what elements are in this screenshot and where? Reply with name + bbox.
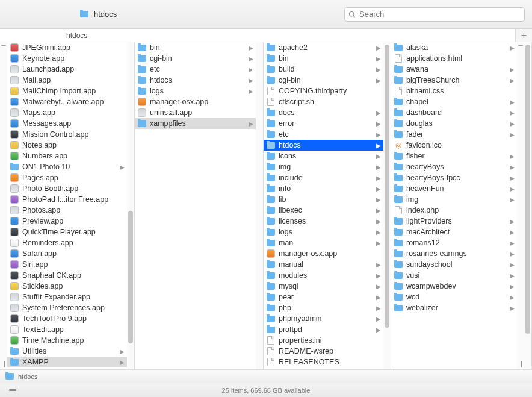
list-item[interactable]: Launchpad.app — [7, 64, 127, 75]
list-item[interactable]: pear▶ — [264, 292, 383, 302]
scroll-gutter-left[interactable]: || — [0, 42, 7, 369]
list-item[interactable]: lightProviders▶ — [391, 216, 517, 227]
resize-handle-icon[interactable]: || — [520, 360, 521, 367]
list-item[interactable]: macArchitect▶ — [391, 227, 517, 237]
list-item[interactable]: bigTreesChurch▶ — [391, 75, 517, 86]
list-item[interactable]: vusi▶ — [391, 270, 517, 281]
list-item[interactable]: Mission Control.app — [7, 129, 127, 140]
list-item[interactable]: XAMPP▶ — [7, 357, 127, 367]
list-item[interactable]: mysql▶ — [264, 281, 383, 292]
list-item[interactable]: ctlscript.sh — [264, 96, 383, 107]
list-item[interactable]: TechTool Pro 9.app — [7, 313, 127, 324]
list-item[interactable]: Photo Booth.app — [7, 183, 127, 194]
list-item[interactable]: bin▶ — [135, 42, 256, 53]
list-item[interactable]: QuickTime Player.app — [7, 227, 127, 237]
list-item[interactable]: bin▶ — [264, 53, 383, 64]
resize-handle-icon[interactable]: || — [3, 360, 4, 367]
list-item[interactable]: proftpd▶ — [264, 324, 383, 335]
list-item[interactable]: img▶ — [391, 194, 517, 205]
list-item[interactable]: icons▶ — [264, 151, 383, 161]
list-item[interactable]: index.php — [391, 205, 517, 216]
list-item[interactable]: phpmyadmin▶ — [264, 313, 383, 324]
list-item[interactable]: awana▶ — [391, 64, 517, 75]
list-item[interactable]: MailChimp Import.app — [7, 86, 127, 96]
list-item[interactable]: PhotoPad I...itor Free.app — [7, 194, 127, 205]
list-item[interactable]: ◎favicon.ico — [391, 140, 517, 151]
list-item[interactable]: douglas▶ — [391, 118, 517, 129]
list-item[interactable]: licenses▶ — [264, 216, 383, 227]
list-item[interactable]: fader▶ — [391, 129, 517, 140]
list-item[interactable]: RELEASENOTES — [264, 357, 383, 367]
list-item[interactable]: uninstall.app — [135, 107, 256, 118]
list-item[interactable]: Malwarebyt...alware.app — [7, 96, 127, 107]
list-item[interactable]: build▶ — [264, 64, 383, 75]
list-item[interactable]: manager-osx.app — [264, 248, 383, 259]
scrollbar-col4[interactable] — [524, 42, 531, 369]
scrollbar-col3[interactable] — [383, 42, 391, 369]
list-item[interactable]: JPEGmini.app — [7, 42, 127, 53]
list-item[interactable]: info▶ — [264, 183, 383, 194]
list-item[interactable]: Notes.app — [7, 140, 127, 151]
list-item[interactable]: applications.html — [391, 53, 517, 64]
list-item[interactable]: etc▶ — [264, 129, 383, 140]
list-item[interactable]: Maps.app — [7, 107, 127, 118]
scroll-gutter-right[interactable]: || — [517, 42, 524, 369]
list-item[interactable]: man▶ — [264, 237, 383, 248]
list-item[interactable]: cgi-bin▶ — [135, 53, 256, 64]
scrollbar-col1[interactable] — [127, 42, 134, 369]
list-item[interactable]: bitnami.css — [391, 86, 517, 96]
list-item[interactable]: Utilities▶ — [7, 346, 127, 357]
list-item[interactable]: img▶ — [264, 161, 383, 172]
list-item[interactable]: xamppfiles▶ — [135, 118, 256, 129]
search-input[interactable] — [359, 10, 521, 19]
list-item[interactable]: docs▶ — [264, 107, 383, 118]
list-item[interactable]: sundayschool▶ — [391, 259, 517, 270]
list-item[interactable]: etc▶ — [135, 64, 256, 75]
list-item[interactable]: heavenFun▶ — [391, 183, 517, 194]
list-item[interactable]: dashboard▶ — [391, 107, 517, 118]
list-item[interactable]: fisher▶ — [391, 151, 517, 161]
search-field[interactable] — [344, 7, 525, 22]
list-item[interactable]: Snapheal CK.app — [7, 270, 127, 281]
list-item[interactable]: Numbers.app — [7, 151, 127, 161]
list-item[interactable]: Keynote.app — [7, 53, 127, 64]
scrollbar-col2[interactable] — [256, 42, 263, 369]
list-item[interactable]: Siri.app — [7, 259, 127, 270]
list-item[interactable]: wcampwebdev▶ — [391, 281, 517, 292]
list-item[interactable]: COPYING.thirdparty — [264, 86, 383, 96]
list-item[interactable]: cgi-bin▶ — [264, 75, 383, 86]
list-item[interactable]: Messages.app — [7, 118, 127, 129]
list-item[interactable]: StuffIt Expander.app — [7, 292, 127, 302]
list-item[interactable]: Safari.app — [7, 248, 127, 259]
list-item[interactable]: Preview.app — [7, 216, 127, 227]
list-item[interactable]: alaska▶ — [391, 42, 517, 53]
list-item[interactable]: htdocs▶ — [135, 75, 256, 86]
list-item[interactable]: wcd▶ — [391, 292, 517, 302]
list-item[interactable]: rosannes-earrings▶ — [391, 248, 517, 259]
list-item[interactable]: System Preferences.app — [7, 302, 127, 313]
list-item[interactable]: logs▶ — [135, 86, 256, 96]
list-item[interactable]: libexec▶ — [264, 205, 383, 216]
list-item[interactable]: romans12▶ — [391, 237, 517, 248]
list-item[interactable]: htdocs▶ — [264, 140, 383, 151]
list-item[interactable]: TextEdit.app — [7, 324, 127, 335]
list-item[interactable]: Pages.app — [7, 172, 127, 183]
list-item[interactable]: error▶ — [264, 118, 383, 129]
list-item[interactable]: logs▶ — [264, 227, 383, 237]
list-item[interactable]: ON1 Photo 10▶ — [7, 161, 127, 172]
add-tab-button[interactable]: + — [515, 29, 532, 42]
list-item[interactable]: lib▶ — [264, 194, 383, 205]
list-item[interactable]: webalizer▶ — [391, 302, 517, 313]
list-item[interactable]: README-wsrep — [264, 346, 383, 357]
tab-htdocs[interactable]: htdocs — [66, 31, 87, 40]
list-item[interactable]: properties.ini — [264, 335, 383, 346]
list-item[interactable]: apache2▶ — [264, 42, 383, 53]
list-item[interactable]: manual▶ — [264, 259, 383, 270]
list-item[interactable]: Stickies.app — [7, 281, 127, 292]
list-item[interactable]: php▶ — [264, 302, 383, 313]
list-item[interactable]: modules▶ — [264, 270, 383, 281]
list-item[interactable]: heartyBoys-fpcc▶ — [391, 172, 517, 183]
list-item[interactable]: Reminders.app — [7, 237, 127, 248]
list-item[interactable]: Photos.app — [7, 205, 127, 216]
list-item[interactable]: manager-osx.app — [135, 96, 256, 107]
